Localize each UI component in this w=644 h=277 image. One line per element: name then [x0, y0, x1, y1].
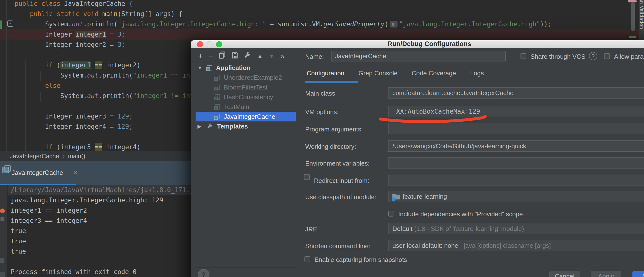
code-token: integer1 — [76, 31, 106, 38]
breadcrumb-separator: › — [62, 153, 64, 159]
tab-logs[interactable]: Logs — [469, 70, 485, 77]
console-line: java.lang.Integer.IntegerCache.high: 129 — [11, 195, 191, 205]
code-token: (integer3 — [53, 143, 95, 151]
main-class-field[interactable]: com.feature.learn.cache.JavaIntegerCache — [388, 87, 644, 99]
configurations-tree[interactable]: ▼ApplicationUnorderedExample2BloomFilter… — [195, 62, 296, 267]
toolbar-icon[interactable] — [0, 258, 4, 263]
add-configuration-icon[interactable]: + — [198, 52, 203, 61]
name-label: Name: — [305, 53, 324, 61]
copy-configuration-icon[interactable] — [219, 52, 226, 61]
console-output[interactable]: /Library/Java/JavaVirtualMachines/jdk1.8… — [11, 185, 191, 277]
ok-button[interactable]: OK — [632, 271, 644, 277]
include-provided-checkbox[interactable] — [388, 211, 394, 216]
rerun-icon[interactable] — [0, 208, 5, 213]
environment-variables-label: Environment variables: — [305, 160, 370, 167]
dialog-titlebar[interactable]: Run/Debug Configurations — [191, 40, 644, 48]
wrench-icon — [207, 123, 213, 129]
code-token: integer1 — [60, 62, 91, 69]
tree-item-label: JavaIntegerCache — [224, 112, 275, 121]
fold-marker-icon[interactable]: - — [7, 21, 13, 27]
include-provided-label: Include dependencies with "Provided" sco… — [398, 210, 523, 218]
code-line: public class JavaIntegerCache { — [14, 0, 552, 9]
tree-item-bloomfiltertest[interactable]: BloomFilterTest — [196, 82, 296, 92]
code-line: public static void main(String[] args) { — [14, 9, 552, 19]
console-tab-icon — [2, 167, 9, 173]
name-input[interactable]: JavaIntegerCache — [331, 51, 506, 62]
dialog-title: Run/Debug Configurations — [191, 40, 644, 48]
move-up-icon[interactable]: ▲ — [257, 53, 263, 60]
breadcrumb-class[interactable]: JavaIntegerCache — [10, 153, 59, 159]
application-type-icon — [214, 114, 220, 119]
code-token: System. — [14, 21, 72, 28]
capture-snapshots-label: Enable capturing form snapshots — [314, 256, 407, 263]
code-token: void — [83, 10, 99, 18]
code-token: out — [87, 92, 98, 100]
code-token: ; — [129, 113, 133, 120]
console-line: Process finished with exit code 0 — [11, 267, 191, 277]
console-line: true — [11, 226, 191, 236]
tree-item-templates[interactable]: ▶Templates — [196, 121, 296, 131]
help-button[interactable]: ? — [198, 269, 210, 277]
environment-variables-field[interactable] — [388, 157, 644, 168]
share-vcs-help-icon[interactable]: ? — [589, 52, 597, 60]
chevron-right-icon[interactable]: ▶ — [198, 121, 204, 131]
tab-code-coverage[interactable]: Code Coverage — [410, 70, 458, 77]
code-token: ( — [53, 62, 60, 69]
allow-parallel-checkbox[interactable] — [604, 53, 610, 59]
code-token: integer2) — [102, 62, 140, 69]
code-token: .println( — [98, 92, 133, 100]
run-tab-label[interactable]: JavaIntegerCache — [12, 161, 63, 184]
tree-item-hashconsistency[interactable]: HashConsistency — [196, 92, 296, 102]
cancel-button[interactable]: Cancel — [549, 271, 580, 277]
shorten-command-line-combo[interactable]: user-local default: none - java [options… — [388, 240, 644, 251]
share-vcs-checkbox[interactable] — [520, 53, 526, 59]
code-token: System. — [14, 92, 87, 100]
toolbar-icon[interactable] — [0, 217, 4, 221]
edit-defaults-wrench-icon[interactable] — [244, 52, 251, 61]
breadcrumb: JavaIntegerCache›main() — [0, 151, 191, 161]
move-down-icon[interactable]: ▼ — [269, 53, 274, 60]
code-token: ( — [384, 21, 388, 28]
tree-item-javaintegercache[interactable]: JavaIntegerCache — [196, 112, 296, 121]
redirect-input-field[interactable] — [388, 175, 644, 186]
vm-options-field[interactable]: -XX:AutoBoxCacheMax=129+ — [388, 106, 644, 117]
tab-configuration[interactable]: Configuration — [305, 70, 346, 77]
code-token: class — [42, 0, 60, 7]
shorten-command-line-label: Shorten command line: — [305, 242, 370, 250]
tool-window-button-bean-validation[interactable]: Bean Validation — [639, 0, 644, 29]
vm-options-label: VM options: — [305, 108, 338, 116]
working-directory-field[interactable]: /Users/wangxc/Code/Github/java-learning-… — [388, 140, 644, 152]
tab-close-icon[interactable]: × — [74, 161, 77, 184]
code-token: .println( — [83, 21, 118, 28]
more-actions-icon[interactable]: » — [280, 52, 285, 61]
console-line: /Library/Java/JavaVirtualMachines/jdk1.8… — [11, 185, 191, 195]
apply-button[interactable]: Apply — [591, 271, 621, 277]
code-token: "java.lang.Integer.IntegerCache.high" — [399, 21, 540, 28]
tab-grep-console[interactable]: Grep Console — [357, 70, 399, 77]
code-token — [14, 82, 45, 89]
code-token: static — [56, 10, 80, 18]
code-token: public — [14, 0, 38, 7]
jre-combo[interactable]: Default (1.8 - SDK of 'feature-learning'… — [388, 223, 644, 234]
capture-snapshots-checkbox[interactable] — [304, 256, 310, 262]
tree-item-testmain[interactable]: TestMain — [196, 102, 296, 112]
save-configuration-icon[interactable] — [232, 52, 238, 61]
toolbar-icon[interactable] — [0, 272, 5, 277]
tree-item-label: HashConsistency — [224, 92, 273, 102]
run-tab-bar: JavaIntegerCache × — [0, 161, 191, 185]
error-stripe-mark-green[interactable] — [629, 36, 636, 38]
code-token: )) — [540, 21, 548, 28]
program-arguments-field[interactable]: + — [388, 123, 644, 134]
console-line: true — [11, 246, 191, 256]
editor-scrollbar[interactable] — [631, 2, 635, 31]
tree-item-application[interactable]: ▼Application — [196, 63, 296, 73]
code-token — [98, 10, 102, 18]
redirect-input-checkbox[interactable] — [304, 174, 310, 180]
breadcrumb-method[interactable]: main() — [68, 153, 85, 159]
tree-item-label: Application — [216, 63, 251, 73]
code-token — [14, 62, 45, 69]
module-classpath-combo[interactable]: feature-learning — [388, 191, 644, 202]
remove-configuration-icon[interactable]: − — [209, 52, 213, 61]
tree-item-unorderedexample2[interactable]: UnorderedExample2 — [196, 73, 296, 82]
chevron-down-icon[interactable]: ▼ — [198, 63, 204, 73]
